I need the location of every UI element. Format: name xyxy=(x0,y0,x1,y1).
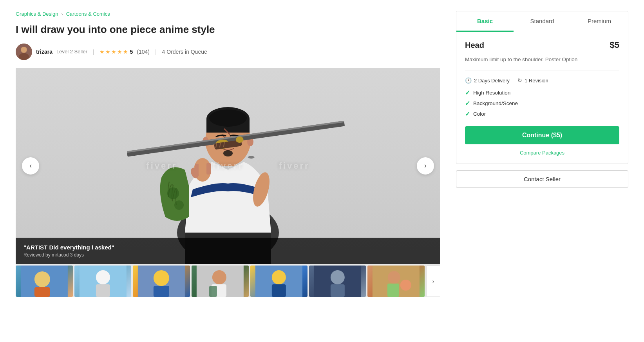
gig-title: I will draw you into one piece anime sty… xyxy=(16,23,440,36)
review-meta: Reviewed by mrtacod 3 days xyxy=(24,252,432,258)
svg-point-12 xyxy=(209,109,247,127)
thumbnail-2[interactable] xyxy=(74,266,132,297)
tab-premium[interactable]: Premium xyxy=(571,11,628,32)
breadcrumb-graphics-design[interactable]: Graphics & Design xyxy=(16,11,58,17)
breadcrumb-cartoons-comics[interactable]: Cartoons & Comics xyxy=(66,11,110,17)
svg-rect-39 xyxy=(34,287,50,297)
divider-2: | xyxy=(155,49,157,55)
revision-count: ↻ 1 Revision xyxy=(517,77,548,84)
revision-icon: ↻ xyxy=(517,77,522,84)
svg-point-7 xyxy=(174,200,184,210)
seller-name[interactable]: trizara xyxy=(36,49,52,55)
right-column: Basic Standard Premium Head $5 Maximum l… xyxy=(456,11,628,297)
review-quote: "ARTIST Did everything i asked" xyxy=(24,244,432,251)
delivery-label: 2 Days Delivery xyxy=(474,78,510,84)
feature-label-1: High Resolution xyxy=(473,90,510,96)
seller-info: trizara Level 2 Seller | ★ ★ ★ ★ ★ 5 (10… xyxy=(16,44,440,60)
orders-in-queue: 4 Orders in Queue xyxy=(162,49,207,55)
delivery-time: 🕐 2 Days Delivery xyxy=(465,77,510,84)
svg-rect-45 xyxy=(154,286,169,297)
thumbnail-3[interactable] xyxy=(133,266,190,297)
svg-point-44 xyxy=(154,270,169,286)
svg-point-57 xyxy=(388,271,400,284)
thumbnail-1[interactable] xyxy=(16,266,73,297)
divider-1 xyxy=(465,71,619,71)
svg-point-19 xyxy=(223,150,233,156)
feature-color: ✓ Color xyxy=(465,110,619,118)
thumbnail-6[interactable] xyxy=(309,266,366,297)
package-price: $5 xyxy=(610,40,619,50)
seller-divider: | xyxy=(93,49,94,55)
package-name: Head xyxy=(465,41,484,50)
page-wrapper: Graphics & Design › Cartoons & Comics I … xyxy=(0,0,644,308)
svg-rect-55 xyxy=(330,284,344,297)
avatar[interactable] xyxy=(16,44,32,60)
pricing-card: Basic Standard Premium Head $5 Maximum l… xyxy=(456,11,628,164)
thumbnail-7[interactable] xyxy=(367,266,425,297)
breadcrumb: Graphics & Design › Cartoons & Comics xyxy=(16,11,440,17)
review-overlay: "ARTIST Did everything i asked" Reviewed… xyxy=(16,238,440,264)
svg-point-41 xyxy=(96,270,110,284)
svg-rect-58 xyxy=(387,284,399,297)
svg-rect-42 xyxy=(96,284,110,297)
rating-value: 5 xyxy=(130,49,133,55)
contact-seller-button[interactable]: Contact Seller xyxy=(456,170,628,188)
feature-high-resolution: ✓ High Resolution xyxy=(465,89,619,96)
feature-label-2: Background/Scene xyxy=(473,100,518,106)
feature-background: ✓ Background/Scene xyxy=(465,100,619,107)
svg-rect-49 xyxy=(209,286,217,297)
compare-packages-link[interactable]: Compare Packages xyxy=(465,150,619,156)
main-image: fiverr fiverr fiverr ‹ › "ARTIST Did eve… xyxy=(16,68,440,264)
star-5: ★ xyxy=(123,49,128,55)
main-illustration xyxy=(16,68,440,264)
prev-arrow[interactable]: ‹ xyxy=(22,157,39,175)
thumbnail-4[interactable] xyxy=(192,266,249,297)
svg-point-38 xyxy=(34,271,50,287)
seller-stars: ★ ★ ★ ★ ★ 5 xyxy=(99,49,133,55)
star-2: ★ xyxy=(105,49,110,55)
svg-rect-52 xyxy=(272,284,286,297)
package-description: Maximum limit up to the shoulder. Poster… xyxy=(465,56,619,64)
check-icon-2: ✓ xyxy=(465,100,470,107)
delivery-row: 🕐 2 Days Delivery ↻ 1 Revision xyxy=(465,77,619,84)
image-container: fiverr fiverr fiverr ‹ › "ARTIST Did eve… xyxy=(16,68,440,297)
star-1: ★ xyxy=(99,49,105,55)
thumbnail-5[interactable] xyxy=(250,266,308,297)
left-column: Graphics & Design › Cartoons & Comics I … xyxy=(16,11,440,297)
review-count: (104) xyxy=(137,49,150,55)
tab-basic[interactable]: Basic xyxy=(456,11,514,32)
svg-point-54 xyxy=(330,270,344,284)
thumbnail-next[interactable]: › xyxy=(426,266,440,297)
svg-rect-34 xyxy=(206,163,211,175)
tab-content-basic: Head $5 Maximum limit up to the shoulder… xyxy=(456,32,628,164)
avatar-image xyxy=(16,44,32,60)
svg-point-47 xyxy=(212,270,226,284)
revision-label: 1 Revision xyxy=(525,78,548,84)
svg-point-3 xyxy=(21,47,27,53)
svg-point-6 xyxy=(167,187,179,199)
tab-standard[interactable]: Standard xyxy=(514,11,571,32)
feature-label-3: Color xyxy=(473,111,486,117)
svg-point-59 xyxy=(400,280,411,291)
thumbnails: › xyxy=(16,266,440,297)
continue-button[interactable]: Continue ($5) xyxy=(465,126,619,144)
star-4: ★ xyxy=(117,49,122,55)
clock-icon: 🕐 xyxy=(465,77,472,84)
star-3: ★ xyxy=(111,49,116,55)
svg-point-51 xyxy=(272,270,286,284)
next-arrow[interactable]: › xyxy=(417,157,434,175)
check-icon-3: ✓ xyxy=(465,110,470,118)
pricing-tabs: Basic Standard Premium xyxy=(456,11,628,32)
features-list: ✓ High Resolution ✓ Background/Scene ✓ C… xyxy=(465,89,619,118)
seller-level: Level 2 Seller xyxy=(56,49,87,55)
package-header: Head $5 xyxy=(465,40,619,50)
breadcrumb-separator: › xyxy=(61,11,63,17)
check-icon-1: ✓ xyxy=(465,89,470,96)
